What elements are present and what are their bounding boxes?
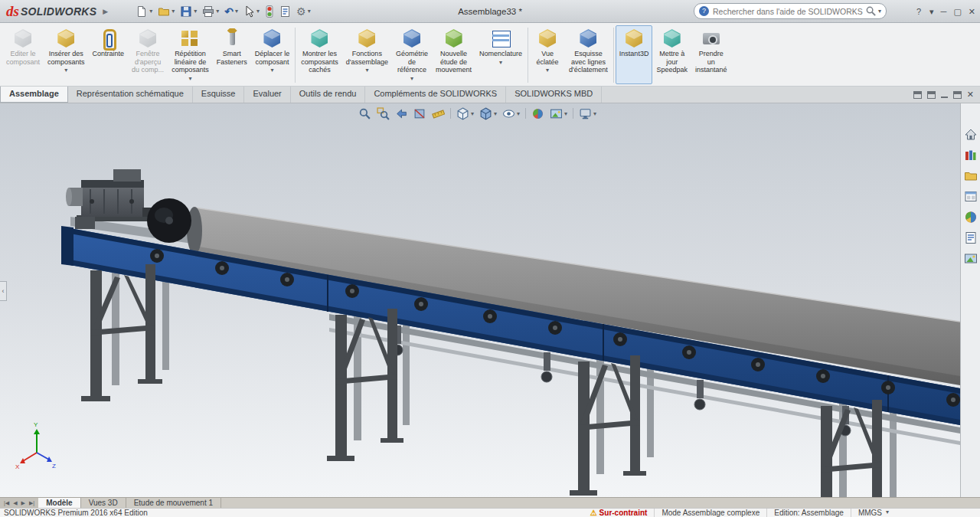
tab-evaluer[interactable]: Evaluer: [244, 87, 290, 103]
doc-close-icon[interactable]: ✕: [967, 90, 974, 100]
resources-home-icon[interactable]: [962, 126, 979, 142]
conveyor-assembly-model[interactable]: X Y Z: [0, 103, 960, 497]
previous-view-icon[interactable]: [395, 107, 408, 120]
feature-tree-collapse-tab[interactable]: ‹: [0, 281, 7, 301]
options-button[interactable]: ⚙ ▾: [295, 4, 312, 19]
design-library-icon[interactable]: [962, 147, 979, 162]
apply-scene-icon[interactable]: ▾: [550, 107, 567, 120]
tab-solidworks-mbd[interactable]: SOLIDWORKS MBD: [506, 87, 602, 103]
help-button[interactable]: ?: [916, 7, 921, 16]
units-selector[interactable]: MMGS ▾: [851, 509, 896, 517]
view-palette-icon[interactable]: [962, 188, 979, 204]
hide-show-items-icon[interactable]: ▾: [502, 107, 520, 120]
tab-modele[interactable]: Modèle: [38, 498, 80, 508]
zoom-to-fit-icon[interactable]: [358, 107, 371, 120]
section-view-icon[interactable]: [413, 107, 426, 120]
edit-component-button[interactable]: Editer le composant: [2, 25, 44, 84]
zoom-to-area-icon[interactable]: [377, 107, 390, 120]
search-input[interactable]: [713, 7, 865, 16]
component-preview-window-button[interactable]: Fenêtre d'aperçu du comp...: [128, 25, 168, 84]
edit-appearance-icon[interactable]: [531, 107, 544, 120]
undo-dropdown-caret[interactable]: ▾: [235, 8, 238, 15]
file-properties-button[interactable]: [278, 4, 292, 19]
undo-button[interactable]: ↶ ▾: [223, 4, 240, 19]
linear-component-pattern-button[interactable]: Répétition linéaire de composants ▾: [168, 25, 213, 84]
open-document-button[interactable]: ▾: [156, 4, 176, 19]
doc-minimize-icon[interactable]: [941, 91, 948, 99]
new-motion-study-button[interactable]: Nouvelle étude de mouvement: [432, 25, 475, 84]
reference-geometry-caret[interactable]: ▾: [410, 75, 413, 82]
exploded-view-button[interactable]: Vue éclatée ▾: [530, 25, 565, 84]
tab-esquisse[interactable]: Esquisse: [193, 87, 245, 103]
smart-fasteners-button[interactable]: Smart Fasteners: [213, 25, 251, 84]
rebuild-button[interactable]: [263, 4, 276, 19]
titlebar: ds SOLIDWORKS ▶ ▾ ▾ ▾ ▾ ↶ ▾: [0, 0, 980, 23]
display-style-caret[interactable]: ▾: [494, 110, 497, 117]
move-component-caret[interactable]: ▾: [270, 67, 273, 74]
print-button[interactable]: ▾: [201, 4, 220, 19]
tab-scroll-prev-icon[interactable]: ◀: [11, 500, 18, 506]
solidworks-forum-icon[interactable]: [962, 250, 979, 266]
options-dropdown-caret[interactable]: ▾: [308, 8, 311, 15]
view-orientation-caret[interactable]: ▾: [471, 110, 474, 117]
new-dropdown-caret[interactable]: ▾: [149, 8, 152, 15]
explode-line-sketch-button[interactable]: Esquisse avec lignes d'éclatement: [565, 25, 612, 84]
tab-vues-3d[interactable]: Vues 3D: [81, 498, 126, 508]
bill-of-materials-caret[interactable]: ▾: [499, 59, 502, 66]
take-snapshot-button[interactable]: Prendre un instantané: [691, 25, 731, 84]
tab-scroll-first-icon[interactable]: |◀: [2, 500, 11, 506]
exploded-view-caret[interactable]: ▾: [546, 67, 549, 74]
tab-scroll-last-icon[interactable]: ▶|: [28, 500, 36, 506]
mate-button[interactable]: Contrainte: [89, 25, 129, 84]
view-orientation-icon[interactable]: ▾: [456, 107, 474, 120]
tab-scroll-next-icon[interactable]: ▶: [20, 500, 27, 506]
doc-restore-icon[interactable]: [953, 91, 962, 99]
linear-pattern-caret[interactable]: ▾: [188, 75, 191, 82]
help-dropdown-caret[interactable]: ▾: [929, 7, 934, 17]
maximize-button[interactable]: ▢: [953, 7, 961, 17]
hide-show-caret[interactable]: ▾: [517, 110, 520, 117]
graphics-area[interactable]: X Y Z ▾: [0, 103, 960, 497]
file-explorer-icon[interactable]: [962, 168, 979, 183]
apply-scene-caret[interactable]: ▾: [564, 110, 567, 117]
reference-geometry-button[interactable]: Géométrie de référence ▾: [392, 25, 432, 84]
search-scope-caret[interactable]: ▾: [878, 8, 881, 15]
close-button[interactable]: ✕: [969, 7, 975, 17]
select-button[interactable]: ▾: [242, 4, 261, 19]
search-box[interactable]: ? ▾: [694, 3, 887, 19]
instant3d-button[interactable]: Instant3D: [616, 25, 653, 84]
bill-of-materials-button[interactable]: Nomenclature ▾: [475, 25, 526, 84]
save-button[interactable]: ▾: [178, 4, 198, 19]
menu-expand-arrow-icon[interactable]: ▶: [103, 8, 108, 15]
overdefined-warning[interactable]: ⚠ Sur-contraint: [583, 509, 655, 517]
view-settings-caret[interactable]: ▾: [593, 110, 596, 117]
tab-assemblage[interactable]: Assemblage: [0, 87, 68, 103]
select-dropdown-caret[interactable]: ▾: [256, 8, 260, 15]
save-dropdown-caret[interactable]: ▾: [194, 8, 197, 15]
tab-complements-solidworks[interactable]: Compléments de SOLIDWORKS: [365, 87, 506, 103]
view-settings-icon[interactable]: ▾: [579, 107, 596, 120]
tab-representation-schematique[interactable]: Représentation schématique: [68, 87, 193, 103]
print-dropdown-caret[interactable]: ▾: [216, 8, 219, 15]
measure-icon[interactable]: [432, 107, 445, 120]
new-motion-study-icon: [443, 28, 466, 49]
update-speedpak-button[interactable]: Mettre à jour Speedpak: [652, 25, 691, 84]
new-document-button[interactable]: ▾: [134, 4, 154, 19]
tab-etude-de-mouvement-1[interactable]: Etude de mouvement 1: [126, 498, 221, 508]
insert-components-caret[interactable]: ▾: [64, 67, 67, 74]
move-component-button[interactable]: Déplacer le composant ▾: [251, 25, 294, 84]
custom-properties-icon[interactable]: [962, 230, 979, 245]
doc-window-right-icon[interactable]: [927, 91, 936, 99]
show-hidden-components-button[interactable]: Montrer les composants cachés: [297, 25, 342, 84]
tab-outils-de-rendu[interactable]: Outils de rendu: [291, 87, 366, 103]
search-icon[interactable]: [865, 5, 877, 17]
doc-window-left-icon[interactable]: [913, 91, 922, 99]
insert-components-button[interactable]: Insérer des composants ▾: [44, 25, 89, 84]
open-dropdown-caret[interactable]: ▾: [172, 8, 175, 15]
minimize-button[interactable]: ─: [941, 7, 947, 16]
appearances-scenes-icon[interactable]: [962, 209, 979, 224]
assembly-features-button[interactable]: Fonctions d'assemblage ▾: [342, 25, 392, 84]
assembly-features-caret[interactable]: ▾: [365, 67, 368, 74]
solidworks-logo[interactable]: ds SOLIDWORKS ▶: [0, 3, 116, 20]
display-style-icon[interactable]: ▾: [479, 107, 497, 120]
